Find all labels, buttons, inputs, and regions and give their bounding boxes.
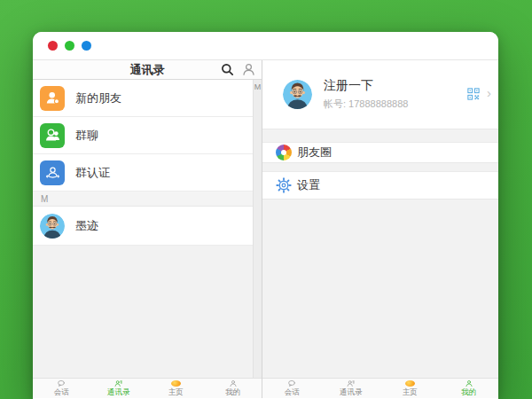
- app-window: 通讯录: [33, 32, 498, 399]
- menu-item-label: 设置: [297, 177, 320, 193]
- list-item-new-friends[interactable]: 新的朋友: [33, 80, 253, 117]
- menu-item-settings[interactable]: 设置: [262, 171, 498, 200]
- tab-me[interactable]: 我的: [205, 379, 262, 398]
- contact-name: 墨迹: [75, 218, 98, 234]
- chevron-right-icon: ›: [487, 85, 491, 101]
- profile-name: 注册一下: [324, 78, 408, 94]
- moments-pinwheel-icon: [276, 145, 292, 160]
- add-contact-icon[interactable]: [242, 63, 255, 76]
- tab-label: 会话: [54, 387, 69, 398]
- tab-contacts[interactable]: 通讯录: [90, 379, 148, 398]
- tab-label: 我的: [225, 387, 240, 398]
- tab-home[interactable]: 主页: [380, 379, 440, 398]
- list-item-group-chat[interactable]: 群聊: [33, 117, 253, 154]
- group-chat-icon: [40, 123, 65, 148]
- menu-item-moments[interactable]: 朋友圈: [262, 142, 498, 163]
- tab-me[interactable]: 我的: [440, 379, 499, 398]
- tab-chats[interactable]: 会话: [262, 379, 322, 398]
- spacer: [262, 163, 498, 171]
- settings-gear-icon: [276, 177, 292, 193]
- close-window-button[interactable]: [48, 41, 58, 51]
- list-item-label: 新的朋友: [75, 90, 121, 106]
- menu-item-label: 朋友圈: [297, 145, 332, 160]
- tab-label: 通讯录: [340, 387, 363, 398]
- home-icon: [405, 380, 415, 387]
- list-item-label: 群认证: [75, 165, 110, 181]
- index-section-header: M: [33, 192, 253, 207]
- qr-code-icon[interactable]: [467, 88, 480, 100]
- right-tabbar: 会话 通讯录 主页 我的: [262, 378, 498, 398]
- contacts-panel: 通讯录: [33, 60, 262, 398]
- home-icon: [171, 380, 181, 387]
- contacts-header: 通讯录: [33, 60, 262, 80]
- tab-chats[interactable]: 会话: [33, 379, 90, 398]
- spacer: [262, 129, 498, 142]
- tab-label: 会话: [285, 387, 300, 398]
- list-item-group-verified[interactable]: 群认证: [33, 154, 253, 192]
- contacts-title: 通讯录: [130, 62, 165, 78]
- contact-row[interactable]: 墨迹: [33, 207, 253, 246]
- profile-account: 帐号: 17888888888: [324, 98, 408, 111]
- tab-contacts[interactable]: 通讯录: [322, 379, 381, 398]
- index-letter[interactable]: M: [254, 82, 262, 378]
- minimize-window-button[interactable]: [65, 41, 74, 51]
- section-letter: M: [41, 194, 48, 204]
- profile-avatar: [283, 80, 312, 109]
- alphabet-index-rail[interactable]: M: [253, 80, 262, 378]
- person-add-icon: [40, 86, 65, 111]
- profile-card[interactable]: 注册一下 帐号: 17888888888 ›: [262, 60, 498, 129]
- window-titlebar: [33, 32, 498, 60]
- maximize-window-button[interactable]: [82, 41, 91, 51]
- contacts-list: 新的朋友 群聊: [33, 80, 253, 246]
- me-panel: 注册一下 帐号: 17888888888 ›: [262, 60, 498, 398]
- tab-home[interactable]: 主页: [147, 379, 205, 398]
- group-verified-icon: [40, 160, 65, 185]
- list-item-label: 群聊: [75, 128, 98, 144]
- search-icon[interactable]: [221, 63, 234, 76]
- tab-label: 主页: [168, 387, 184, 398]
- contact-avatar: [40, 214, 65, 239]
- tab-label: 通讯录: [107, 387, 130, 398]
- tab-label: 我的: [461, 387, 476, 398]
- left-tabbar: 会话 通讯录 主页 我的: [33, 378, 262, 398]
- tab-label: 主页: [403, 387, 418, 398]
